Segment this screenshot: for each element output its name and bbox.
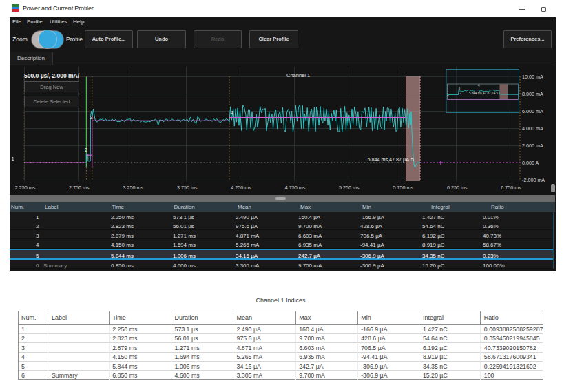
svg-text:Drag New: Drag New (40, 84, 63, 90)
svg-text:6.250 ms: 6.250 ms (447, 185, 468, 191)
svg-text:Delete Selected: Delete Selected (34, 99, 70, 105)
svg-text:3: 3 (90, 114, 93, 121)
svg-text:10.00 mA: 10.00 mA (522, 74, 543, 80)
svg-text:8.000 mA: 8.000 mA (522, 91, 543, 97)
svg-text:2.750 ms: 2.750 ms (69, 185, 90, 191)
svg-text:1: 1 (447, 93, 449, 96)
svg-text:4: 4 (478, 84, 480, 87)
svg-text:2: 2 (460, 92, 462, 95)
svg-text:4: 4 (231, 110, 233, 116)
svg-text:Channel 1: Channel 1 (286, 72, 310, 79)
svg-text:4.000 mA: 4.000 mA (522, 125, 543, 132)
svg-text:6.750 ms: 6.750 ms (501, 185, 521, 191)
svg-text:2.000 mA: 2.000 mA (522, 143, 543, 149)
svg-text:3: 3 (459, 87, 461, 90)
svg-text:2: 2 (85, 147, 87, 153)
svg-text:5.250 ms: 5.250 ms (339, 185, 360, 191)
svg-text:4.750 ms: 4.750 ms (285, 185, 306, 191)
svg-text:5.844 ms,47.87 µA: 5.844 ms,47.87 µA (368, 156, 410, 163)
svg-text:0.000 A: 0.000 A (522, 160, 539, 166)
svg-text:3.250 ms: 3.250 ms (123, 185, 144, 191)
svg-text:500.0 µs/, 2.000 mA/: 500.0 µs/, 2.000 mA/ (24, 72, 80, 79)
svg-text:5: 5 (411, 156, 414, 163)
svg-text:1: 1 (12, 156, 14, 162)
svg-text:3.750 ms: 3.750 ms (177, 185, 198, 191)
svg-text:-2.000 mA: -2.000 mA (522, 177, 545, 183)
svg-text:5.844 ms,47.87 µA 5: 5.844 ms,47.87 µA 5 (469, 92, 499, 95)
svg-text:6.000 mA: 6.000 mA (522, 108, 543, 114)
svg-text:2.250 ms: 2.250 ms (15, 185, 36, 191)
svg-text:4.250 ms: 4.250 ms (231, 185, 251, 191)
svg-text:5.750 ms: 5.750 ms (393, 185, 414, 191)
